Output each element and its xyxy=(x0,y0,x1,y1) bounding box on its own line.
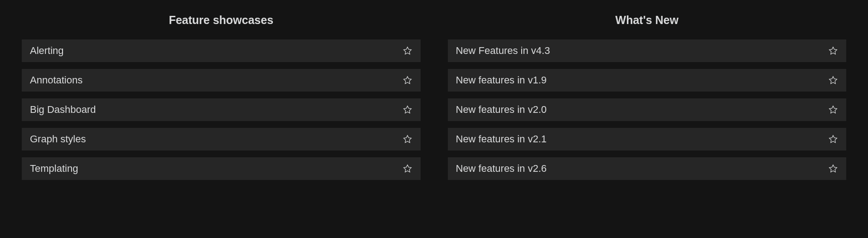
star-icon[interactable] xyxy=(828,164,838,174)
star-icon[interactable] xyxy=(828,75,838,85)
item-label: New features in v2.6 xyxy=(456,163,547,175)
list-item[interactable]: Big Dashboard xyxy=(22,98,421,121)
svg-marker-9 xyxy=(829,165,837,172)
svg-marker-0 xyxy=(403,47,411,54)
list-item[interactable]: New features in v2.6 xyxy=(448,157,847,180)
list-item[interactable]: New Features in v4.3 xyxy=(448,39,847,62)
list-item[interactable]: New features in v1.9 xyxy=(448,69,847,92)
panel-feature-showcases: Feature showcases Alerting Annotations B… xyxy=(22,14,421,180)
svg-marker-2 xyxy=(403,106,411,113)
dashboard-list: New Features in v4.3 New features in v1.… xyxy=(448,39,847,180)
svg-marker-3 xyxy=(403,136,411,143)
svg-marker-5 xyxy=(829,47,837,54)
item-label: Alerting xyxy=(30,45,64,57)
panels-container: Feature showcases Alerting Annotations B… xyxy=(22,14,846,180)
svg-marker-1 xyxy=(403,77,411,84)
item-label: New Features in v4.3 xyxy=(456,45,550,57)
star-icon[interactable] xyxy=(402,46,412,56)
panel-title: Feature showcases xyxy=(22,14,421,27)
star-icon[interactable] xyxy=(402,134,412,144)
item-label: New features in v2.1 xyxy=(456,133,547,145)
dashboard-list: Alerting Annotations Big Dashboard Graph… xyxy=(22,39,421,180)
svg-marker-8 xyxy=(829,136,837,143)
list-item[interactable]: Annotations xyxy=(22,69,421,92)
item-label: Templating xyxy=(30,163,78,175)
list-item[interactable]: Templating xyxy=(22,157,421,180)
star-icon[interactable] xyxy=(828,134,838,144)
item-label: Graph styles xyxy=(30,133,86,145)
svg-marker-7 xyxy=(829,106,837,113)
item-label: New features in v1.9 xyxy=(456,74,547,86)
item-label: Annotations xyxy=(30,74,82,86)
list-item[interactable]: New features in v2.0 xyxy=(448,98,847,121)
panel-title: What's New xyxy=(448,14,847,27)
list-item[interactable]: Alerting xyxy=(22,39,421,62)
list-item[interactable]: New features in v2.1 xyxy=(448,128,847,151)
svg-marker-6 xyxy=(829,77,837,84)
star-icon[interactable] xyxy=(828,105,838,115)
item-label: New features in v2.0 xyxy=(456,104,547,116)
star-icon[interactable] xyxy=(828,46,838,56)
svg-marker-4 xyxy=(403,165,411,172)
star-icon[interactable] xyxy=(402,105,412,115)
panel-whats-new: What's New New Features in v4.3 New feat… xyxy=(448,14,847,180)
star-icon[interactable] xyxy=(402,75,412,85)
star-icon[interactable] xyxy=(402,164,412,174)
item-label: Big Dashboard xyxy=(30,104,96,116)
list-item[interactable]: Graph styles xyxy=(22,128,421,151)
